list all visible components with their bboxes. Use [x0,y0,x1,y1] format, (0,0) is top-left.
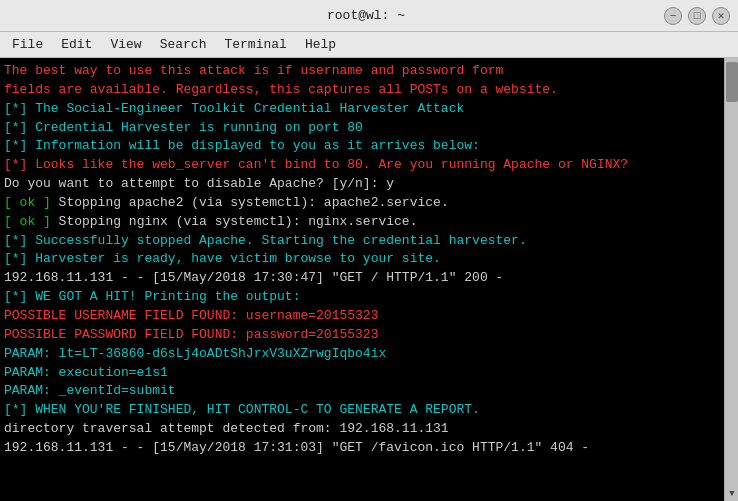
terminal-line: 192.168.11.131 - - [15/May/2018 17:31:03… [4,439,720,458]
terminal-line: [ ok ] Stopping nginx (via systemctl): n… [4,213,720,232]
close-button[interactable]: ✕ [712,7,730,25]
terminal-line: PARAM: lt=LT-36860-d6sLj4oADtShJrxV3uXZr… [4,345,720,364]
terminal-line: [*] Information will be displayed to you… [4,137,720,156]
terminal-line: POSSIBLE USERNAME FIELD FOUND: username=… [4,307,720,326]
menu-view[interactable]: View [102,35,149,54]
terminal-line: POSSIBLE PASSWORD FIELD FOUND: password=… [4,326,720,345]
menu-edit[interactable]: Edit [53,35,100,54]
terminal-line: [*] Successfully stopped Apache. Startin… [4,232,720,251]
terminal-line: Do you want to attempt to disable Apache… [4,175,720,194]
minimize-button[interactable]: − [664,7,682,25]
terminal-line: [ ok ] Stopping apache2 (via systemctl):… [4,194,720,213]
terminal-wrapper: The best way to use this attack is if us… [0,58,738,501]
terminal-line: PARAM: _eventId=submit [4,382,720,401]
terminal-line: [*] Harvester is ready, have victim brow… [4,250,720,269]
menu-bar: File Edit View Search Terminal Help [0,32,738,58]
scrollbar-down-arrow[interactable]: ▼ [725,487,738,501]
terminal-line: directory traversal attempt detected fro… [4,420,720,439]
window-title: root@wl: ~ [68,8,664,23]
terminal-line: 192.168.11.131 - - [15/May/2018 17:30:47… [4,269,720,288]
terminal-line: [*] Credential Harvester is running on p… [4,119,720,138]
scrollbar[interactable]: ▲ ▼ [724,58,738,501]
terminal-line: PARAM: execution=e1s1 [4,364,720,383]
terminal-line: [*] The Social-Engineer Toolkit Credenti… [4,100,720,119]
menu-terminal[interactable]: Terminal [216,35,294,54]
terminal-line: [*] WHEN YOU'RE FINISHED, HIT CONTROL-C … [4,401,720,420]
maximize-button[interactable]: □ [688,7,706,25]
menu-help[interactable]: Help [297,35,344,54]
menu-file[interactable]: File [4,35,51,54]
terminal-output[interactable]: The best way to use this attack is if us… [0,58,724,501]
terminal-line: The best way to use this attack is if us… [4,62,720,81]
window-controls: − □ ✕ [664,7,730,25]
scrollbar-thumb[interactable] [726,62,738,102]
terminal-line: [*] Looks like the web_server can't bind… [4,156,720,175]
terminal-line: fields are available. Regardless, this c… [4,81,720,100]
menu-search[interactable]: Search [152,35,215,54]
title-bar: root@wl: ~ − □ ✕ [0,0,738,32]
terminal-line: [*] WE GOT A HIT! Printing the output: [4,288,720,307]
